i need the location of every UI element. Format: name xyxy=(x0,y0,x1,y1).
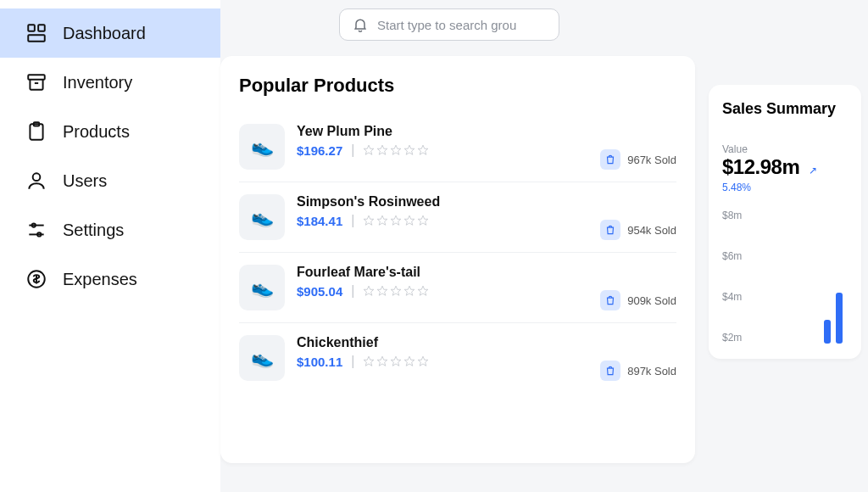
product-thumb: 👟 xyxy=(239,124,285,170)
sidebar-item-label: Expenses xyxy=(63,270,137,289)
svg-marker-13 xyxy=(364,145,375,154)
svg-marker-27 xyxy=(419,286,429,295)
bag-icon xyxy=(600,361,620,381)
sidebar-item-users[interactable]: Users xyxy=(0,156,220,205)
sidebar-item-label: Settings xyxy=(63,221,124,240)
svg-marker-30 xyxy=(392,356,402,366)
product-name: Simpson's Rosinweed xyxy=(297,194,676,210)
svg-rect-3 xyxy=(28,75,45,79)
sidebar-item-inventory[interactable]: Inventory xyxy=(0,58,220,107)
svg-marker-16 xyxy=(405,145,415,154)
svg-marker-14 xyxy=(378,145,388,154)
bell-icon xyxy=(352,16,369,33)
rating-stars-icon xyxy=(363,144,429,156)
main: Start type to search grou Popular Produc… xyxy=(220,0,868,492)
y-tick: $6m xyxy=(722,250,848,262)
sold-count: 897k Sold xyxy=(600,361,676,381)
sold-count: 954k Sold xyxy=(600,220,676,240)
sidebar-item-label: Users xyxy=(63,171,107,191)
product-thumb: 👟 xyxy=(239,335,285,381)
chart-bars xyxy=(824,293,843,344)
svg-marker-26 xyxy=(405,286,415,295)
product-price: $100.11 xyxy=(297,355,342,369)
svg-rect-2 xyxy=(28,35,45,42)
card-title: Popular Products xyxy=(239,75,676,97)
clipboard-icon xyxy=(25,120,47,143)
product-name: Yew Plum Pine xyxy=(297,124,676,139)
right-column: Sales Summary Value $12.98m ↗ 5.48% $8m … xyxy=(709,0,861,492)
sidebar-item-label: Products xyxy=(63,122,130,142)
sidebar-item-dashboard[interactable]: Dashboard xyxy=(0,8,220,58)
product-thumb: 👟 xyxy=(239,194,285,240)
svg-marker-28 xyxy=(364,356,375,366)
svg-marker-23 xyxy=(364,286,375,295)
search-input[interactable]: Start type to search grou xyxy=(339,8,559,41)
product-row[interactable]: 👟 Chickenthief $100.11 | xyxy=(239,323,676,393)
chart-bar xyxy=(824,320,831,344)
sidebar-item-expenses[interactable]: Expenses xyxy=(0,254,220,304)
bag-icon xyxy=(600,149,620,170)
svg-marker-31 xyxy=(405,356,415,366)
rating-stars-icon xyxy=(363,285,429,297)
svg-marker-15 xyxy=(392,145,402,154)
svg-marker-19 xyxy=(378,215,388,225)
svg-rect-0 xyxy=(28,25,35,31)
svg-point-7 xyxy=(33,173,41,181)
product-price: $196.27 xyxy=(297,143,342,158)
product-price: $184.41 xyxy=(297,214,342,228)
sales-summary-card: Sales Summary Value $12.98m ↗ 5.48% $8m … xyxy=(709,85,861,359)
popular-products-card: Popular Products 👟 Yew Plum Pine $196.27… xyxy=(220,56,695,463)
svg-marker-32 xyxy=(419,356,429,366)
chart-y-axis: $8m $6m $4m $2m xyxy=(722,210,848,344)
sold-count: 967k Sold xyxy=(600,149,676,170)
svg-marker-25 xyxy=(392,286,402,295)
sliders-icon xyxy=(25,219,47,241)
sidebar-item-settings[interactable]: Settings xyxy=(0,205,220,254)
y-tick: $8m xyxy=(722,210,848,221)
chart-bar xyxy=(836,293,843,344)
svg-marker-21 xyxy=(405,215,415,225)
product-row[interactable]: 👟 Yew Plum Pine $196.27 | xyxy=(239,112,676,182)
archive-icon xyxy=(25,71,47,93)
sidebar-item-products[interactable]: Products xyxy=(0,107,220,156)
user-icon xyxy=(25,170,47,192)
product-row[interactable]: 👟 Fourleaf Mare's-tail $905.04 | xyxy=(239,253,676,323)
center-column: Start type to search grou Popular Produc… xyxy=(220,0,695,492)
sold-count: 909k Sold xyxy=(600,290,676,310)
sidebar-item-label: Dashboard xyxy=(63,24,146,43)
rating-stars-icon xyxy=(363,215,429,226)
product-price: $905.04 xyxy=(297,284,342,299)
svg-marker-17 xyxy=(419,145,429,154)
dashboard-icon xyxy=(25,22,47,44)
sidebar-item-label: Inventory xyxy=(63,73,132,92)
svg-marker-22 xyxy=(419,215,429,225)
sidebar: Dashboard Inventory Products Users Setti… xyxy=(0,0,220,492)
svg-marker-24 xyxy=(378,286,388,295)
product-name: Chickenthief xyxy=(297,335,676,350)
svg-rect-1 xyxy=(38,25,45,31)
rating-stars-icon xyxy=(363,355,429,367)
product-thumb: 👟 xyxy=(239,265,285,310)
svg-marker-18 xyxy=(364,215,375,225)
product-row[interactable]: 👟 Simpson's Rosinweed $184.41 | xyxy=(239,182,676,253)
product-name: Fourleaf Mare's-tail xyxy=(297,265,676,280)
metric-label: Value xyxy=(722,143,848,155)
bag-icon xyxy=(600,220,620,240)
svg-marker-29 xyxy=(378,356,388,366)
card-title: Sales Summary xyxy=(722,100,848,118)
metric-value: $12.98m xyxy=(722,155,799,178)
search-placeholder: Start type to search grou xyxy=(377,18,516,32)
dollar-circle-icon xyxy=(25,268,47,290)
svg-marker-20 xyxy=(392,215,402,225)
bag-icon xyxy=(600,290,620,310)
